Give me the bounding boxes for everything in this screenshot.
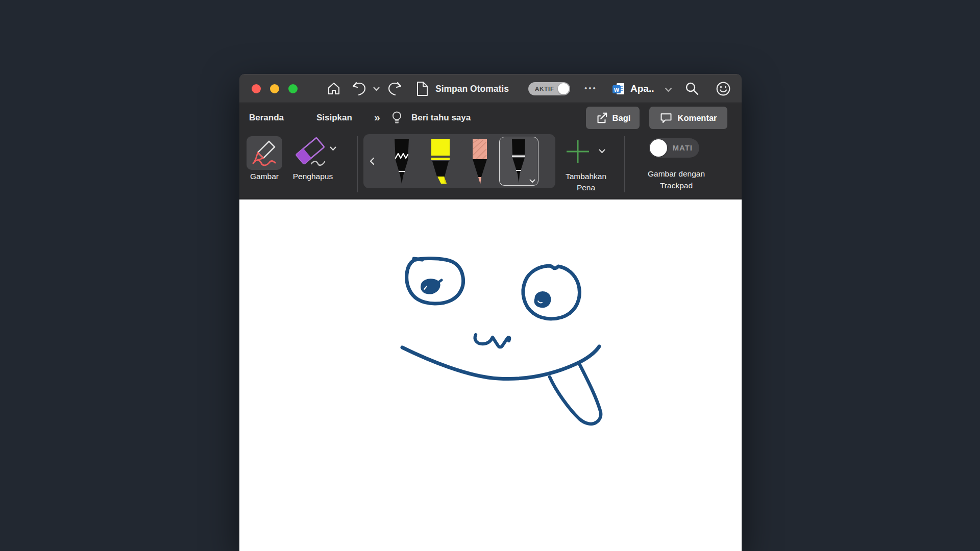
draw-pen-icon xyxy=(250,139,279,167)
home-icon[interactable] xyxy=(327,81,341,95)
ribbon-tab-row: Beranda Sisipkan » Beri tahu saya Bagi K… xyxy=(239,103,742,132)
group-divider xyxy=(624,136,625,192)
titlebar: Simpan Otomatis AKTIF ••• W Apa.. xyxy=(239,74,742,103)
pen-selected-slot[interactable] xyxy=(499,137,538,186)
right-eye-outline xyxy=(523,266,580,319)
autosave-toggle-knob xyxy=(558,83,569,94)
smiley-feedback-icon[interactable] xyxy=(716,81,731,96)
draw-tool-label: Gambar xyxy=(243,171,286,182)
pen-black-selected-icon xyxy=(507,138,530,185)
document-canvas[interactable] xyxy=(239,199,742,551)
gallery-scroll-left-icon[interactable] xyxy=(370,157,375,165)
share-icon xyxy=(595,112,608,124)
document-title-chevron-icon[interactable] xyxy=(665,87,672,92)
undo-icon[interactable] xyxy=(351,81,366,96)
tongue-outline xyxy=(550,365,601,424)
search-icon[interactable] xyxy=(684,81,699,96)
tab-overflow-chevrons[interactable]: » xyxy=(374,103,380,131)
tab-beranda[interactable]: Beranda xyxy=(249,103,284,132)
trackpad-toggle-state: MATI xyxy=(672,138,693,158)
autosave-toggle[interactable]: AKTIF xyxy=(528,82,570,95)
add-pen-label: Tambahkan Pena xyxy=(559,171,612,193)
new-document-icon[interactable] xyxy=(415,81,429,96)
eraser-options-chevron-icon[interactable] xyxy=(330,146,336,151)
trackpad-label-line1: Gambar dengan xyxy=(648,169,705,178)
share-button[interactable]: Bagi xyxy=(586,107,640,129)
nose-squiggle xyxy=(475,335,510,347)
tab-sisipkan[interactable]: Sisipkan xyxy=(316,103,352,132)
comment-icon xyxy=(659,111,673,124)
mouth-curve xyxy=(402,346,599,379)
comment-button-label: Komentar xyxy=(677,113,717,123)
draw-tool-button[interactable] xyxy=(247,136,282,170)
tell-me-label[interactable]: Beri tahu saya xyxy=(411,103,471,132)
lightbulb-icon xyxy=(391,111,402,125)
minimize-window-button[interactable] xyxy=(270,84,279,93)
share-button-label: Bagi xyxy=(612,113,631,123)
undo-history-chevron-icon[interactable] xyxy=(373,87,380,91)
autosave-label: Simpan Otomatis xyxy=(435,74,509,103)
left-pupil xyxy=(422,280,439,293)
trackpad-draw-label: Gambar dengan Trackpad xyxy=(633,168,720,191)
traffic-lights xyxy=(252,84,298,93)
eraser-label: Penghapus xyxy=(284,171,341,182)
pen-options-chevron-icon[interactable] xyxy=(529,179,535,183)
more-commands-icon[interactable]: ••• xyxy=(584,74,597,102)
autosave-toggle-state: AKTIF xyxy=(535,82,554,95)
add-pen-label-line2: Pena xyxy=(577,183,595,192)
comment-button[interactable]: Komentar xyxy=(649,107,727,129)
left-pupil-tail xyxy=(438,280,442,283)
svg-text:W: W xyxy=(614,87,620,93)
trackpad-toggle-knob xyxy=(650,139,667,157)
pen-gallery xyxy=(363,134,555,188)
pen-pencil-icon[interactable] xyxy=(468,138,492,185)
pen-yellow-highlighter-icon[interactable] xyxy=(429,138,452,185)
word-window: Simpan Otomatis AKTIF ••• W Apa.. xyxy=(239,74,742,551)
word-app-icon: W xyxy=(612,82,626,96)
add-pen-label-line1: Tambahkan xyxy=(566,172,606,181)
eraser-icon[interactable] xyxy=(292,137,327,169)
trackpad-draw-toggle[interactable]: MATI xyxy=(649,138,699,158)
redo-icon[interactable] xyxy=(387,81,403,96)
document-title[interactable]: Apa.. xyxy=(630,74,654,103)
ink-drawing-smiley-face xyxy=(239,199,742,551)
pen-black-felt-tip-icon[interactable] xyxy=(390,138,413,185)
right-pupil xyxy=(535,293,550,307)
ribbon-draw-tools: Gambar Penghapus xyxy=(239,132,742,199)
add-pen-chevron-icon[interactable] xyxy=(599,149,605,154)
add-pen-plus-icon[interactable] xyxy=(566,139,590,164)
zoom-window-button[interactable] xyxy=(288,84,298,93)
trackpad-label-line2: Trackpad xyxy=(660,181,693,190)
group-divider xyxy=(357,136,358,192)
close-window-button[interactable] xyxy=(252,84,261,93)
